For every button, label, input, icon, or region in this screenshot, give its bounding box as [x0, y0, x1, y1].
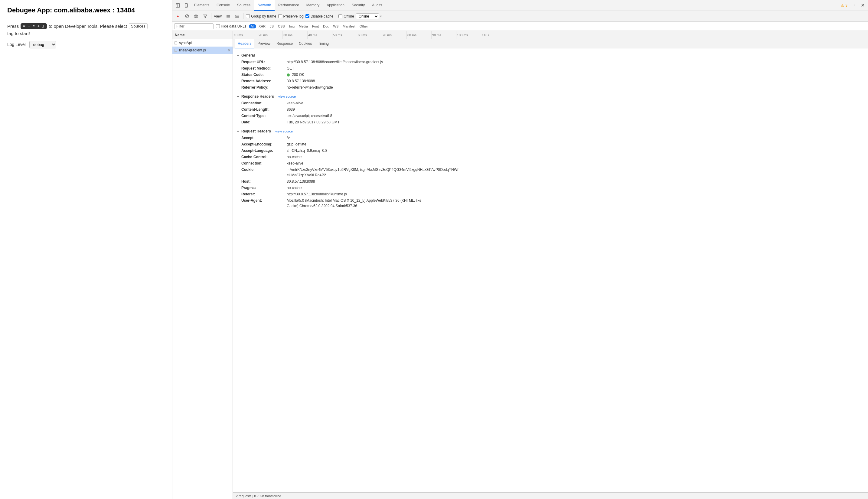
- filter-button[interactable]: [201, 13, 209, 20]
- resp-connection-val: keep-alive: [287, 100, 303, 106]
- filter-bar: Hide data URLs All XHR JS CSS Img Media …: [172, 22, 868, 31]
- response-headers-view-source[interactable]: view source: [278, 95, 296, 98]
- filter-font-btn[interactable]: Font: [310, 24, 321, 28]
- view-list-icon[interactable]: [224, 13, 232, 20]
- filter-css-btn[interactable]: CSS: [276, 24, 287, 28]
- preserve-log-checkbox[interactable]: Preserve log: [278, 14, 304, 19]
- tab-application[interactable]: Application: [323, 0, 348, 11]
- svg-rect-0: [176, 4, 180, 7]
- tab-audits[interactable]: Audits: [368, 0, 386, 11]
- req-user-agent-val: Mozilla/5.0 (Macintosh; Intel Mac OS X 1…: [287, 198, 421, 209]
- log-level-select[interactable]: debug info warn error: [29, 41, 56, 48]
- status-code-key: Status Code:: [241, 72, 287, 77]
- request-headers-section-header[interactable]: ▼ Request Headers view source: [236, 129, 864, 133]
- filter-input[interactable]: [174, 23, 213, 29]
- tab-console[interactable]: Console: [213, 0, 233, 11]
- camera-button[interactable]: [192, 13, 200, 20]
- filter-img-btn[interactable]: Img: [287, 24, 296, 28]
- req-connection-key: Connection:: [241, 161, 287, 166]
- req-pragma-val: no-cache: [287, 185, 302, 191]
- referrer-policy-row: Referrer Policy: no-referrer-when-downgr…: [236, 85, 864, 90]
- general-section-header[interactable]: ▼ General: [236, 53, 864, 58]
- tab-elements[interactable]: Elements: [191, 0, 213, 11]
- details-panel: Headers Preview Response Cookies Timing …: [233, 39, 868, 499]
- tab-security[interactable]: Security: [348, 0, 368, 11]
- hide-data-urls-input[interactable]: [216, 24, 220, 28]
- remote-address-val: 30.8.57.138:8088: [287, 78, 315, 84]
- offline-checkbox[interactable]: Offline: [339, 14, 354, 19]
- tick-70ms: 70 ms: [382, 31, 392, 39]
- devtools-panel: Elements Console Sources Network Perform…: [172, 0, 868, 499]
- tick-60ms: 60 ms: [357, 31, 367, 39]
- svg-rect-12: [236, 15, 239, 16]
- req-cookie-row: Cookie: l=AmtrKNzo3nyVxn4MV53uxqv1e5RVgX…: [236, 167, 864, 178]
- request-item-name: syncApi: [179, 41, 192, 45]
- req-pragma-row: Pragma: no-cache: [236, 185, 864, 191]
- general-label: General: [241, 53, 255, 58]
- referrer-policy-key: Referrer Policy:: [241, 85, 287, 90]
- view-detail-icon[interactable]: [233, 13, 241, 20]
- request-list: syncApi linear-gradient.js ✕: [172, 39, 233, 499]
- request-item-syncapi[interactable]: syncApi: [172, 39, 233, 47]
- req-referer-val: http://30.8.57.138:8088/lib/Runtime.js: [287, 192, 347, 197]
- resp-date-key: Date:: [241, 120, 287, 125]
- inspect-icon[interactable]: [174, 1, 182, 10]
- filter-js-btn[interactable]: JS: [268, 24, 276, 28]
- request-url-val: http://30.8.57.138:8088/source/file://as…: [287, 59, 383, 65]
- request-headers-view-source[interactable]: view source: [275, 130, 293, 133]
- request-item-dot: [174, 41, 177, 45]
- close-devtools-icon[interactable]: ✕: [858, 1, 867, 10]
- details-tab-cookies[interactable]: Cookies: [296, 39, 315, 48]
- request-url-key: Request URL:: [241, 59, 287, 65]
- tab-network[interactable]: Network: [254, 0, 274, 11]
- network-toolbar: ● View:: [172, 11, 868, 22]
- device-icon[interactable]: [182, 1, 191, 10]
- filter-media-btn[interactable]: Media: [297, 24, 310, 28]
- status-green-dot: [287, 73, 290, 76]
- filter-all-btn[interactable]: All: [249, 24, 256, 28]
- tick-80ms: 80 ms: [406, 31, 416, 39]
- tab-performance[interactable]: Performance: [274, 0, 303, 11]
- close-item-icon[interactable]: ✕: [228, 48, 231, 53]
- filter-type-buttons: All XHR JS CSS Img Media Font Doc WS Man…: [249, 24, 370, 28]
- clear-button[interactable]: [183, 13, 191, 20]
- app-title: Debugee App: com.alibaba.weex : 13404: [7, 6, 165, 15]
- req-accept-key: Accept:: [241, 135, 287, 141]
- log-level-label: Log Level: [7, 42, 26, 47]
- request-method-row: Request Method: GET: [236, 65, 864, 71]
- request-item-lineargradient[interactable]: linear-gradient.js ✕: [172, 47, 233, 54]
- details-tab-headers[interactable]: Headers: [235, 39, 254, 48]
- disable-cache-input[interactable]: [305, 14, 309, 18]
- group-by-frame-checkbox[interactable]: Group by frame: [246, 14, 276, 19]
- filter-manifest-btn[interactable]: Manifest: [341, 24, 357, 28]
- req-accept-language-row: Accept-Language: zh-CN,zh;q=0.9,en;q=0.8: [236, 148, 864, 153]
- response-headers-section-header[interactable]: ▼ Response Headers view source: [236, 94, 864, 99]
- filter-other-btn[interactable]: Other: [358, 24, 370, 28]
- warning-badge[interactable]: ⚠ 3: [839, 3, 850, 8]
- tab-sources[interactable]: Sources: [233, 0, 254, 11]
- details-tab-preview[interactable]: Preview: [254, 39, 273, 48]
- filter-ws-btn[interactable]: WS: [331, 24, 341, 28]
- more-options-icon[interactable]: ⋮: [850, 1, 858, 10]
- svg-line-6: [186, 15, 188, 17]
- req-user-agent-row: User-Agent: Mozilla/5.0 (Macintosh; Inte…: [236, 198, 864, 209]
- throttle-select[interactable]: Online Fast 3G Slow 3G Offline: [356, 13, 379, 19]
- req-referer-key: Referer:: [241, 192, 287, 197]
- offline-input[interactable]: [339, 14, 342, 18]
- tab-memory[interactable]: Memory: [303, 0, 323, 11]
- details-tab-timing[interactable]: Timing: [315, 39, 332, 48]
- resp-content-type-row: Content-Type: text/javascript; charset=u…: [236, 113, 864, 119]
- filter-xhr-btn[interactable]: XHR: [257, 24, 267, 28]
- filter-doc-btn[interactable]: Doc: [321, 24, 331, 28]
- resp-content-length-key: Content-Length:: [241, 107, 287, 112]
- hide-data-urls-checkbox[interactable]: Hide data URLs: [216, 24, 246, 28]
- resp-content-length-row: Content-Length: 8639: [236, 107, 864, 112]
- record-button[interactable]: ●: [174, 13, 182, 20]
- group-by-frame-input[interactable]: [246, 14, 250, 18]
- disable-cache-checkbox[interactable]: Disable cache: [305, 14, 333, 19]
- resp-connection-row: Connection: keep-alive: [236, 100, 864, 106]
- status-code-val: 200 OK: [287, 72, 304, 77]
- preserve-log-input[interactable]: [278, 14, 282, 18]
- tick-110ms: 110 r: [481, 31, 489, 39]
- details-tab-response[interactable]: Response: [273, 39, 296, 48]
